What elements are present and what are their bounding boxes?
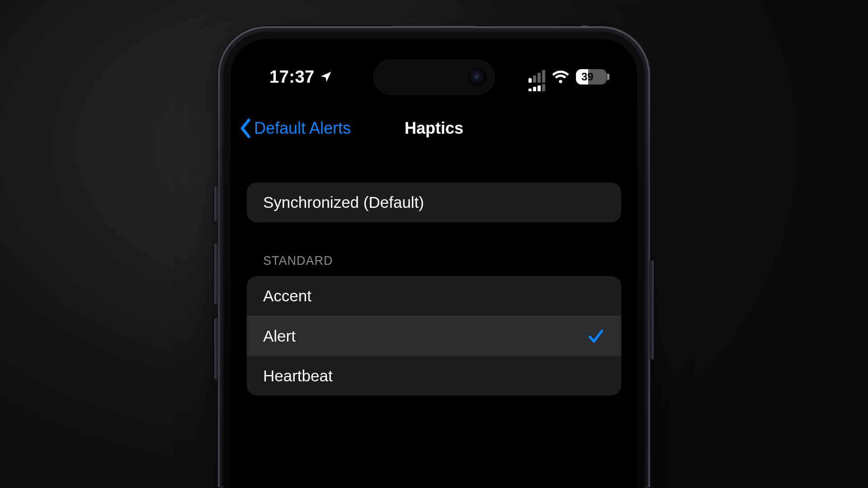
- haptic-option-heartbeat[interactable]: Heartbeat: [247, 356, 621, 395]
- haptic-option-accent[interactable]: Accent: [247, 276, 621, 316]
- battery-percent: 39: [580, 70, 594, 83]
- back-button[interactable]: Default Alerts: [231, 118, 351, 138]
- page-title: Haptics: [405, 119, 463, 138]
- silent-switch: [214, 186, 218, 221]
- battery-nub: [607, 74, 609, 80]
- status-bar: 17:37 39: [231, 62, 637, 91]
- cellular-signal-icon: [528, 70, 545, 84]
- chevron-left-icon: [239, 118, 252, 138]
- nav-bar: Default Alerts Haptics: [231, 111, 637, 145]
- screen: 17:37 39: [231, 39, 637, 488]
- battery-indicator: 39: [576, 69, 607, 84]
- haptic-option-synchronized[interactable]: Synchronized (Default): [247, 183, 621, 222]
- back-label: Default Alerts: [254, 119, 351, 138]
- option-label: Synchronized (Default): [263, 193, 424, 211]
- standard-haptics-group: Accent Alert Heartbeat: [247, 276, 621, 395]
- option-label: Heartbeat: [263, 367, 333, 385]
- location-icon: [319, 70, 333, 84]
- wifi-icon: [552, 70, 570, 84]
- section-header-standard: STANDARD: [247, 254, 621, 276]
- phone-frame: 17:37 39: [217, 25, 651, 488]
- option-label: Alert: [263, 327, 296, 345]
- option-label: Accent: [263, 287, 311, 305]
- default-haptic-group: Synchronized (Default): [247, 183, 621, 222]
- haptic-option-alert[interactable]: Alert: [247, 316, 621, 356]
- volume-down-button: [214, 318, 218, 380]
- power-button: [650, 260, 654, 360]
- checkmark-icon: [587, 327, 605, 345]
- volume-up-button: [214, 243, 218, 305]
- antenna-band: [581, 25, 588, 27]
- status-time: 17:37: [269, 67, 315, 87]
